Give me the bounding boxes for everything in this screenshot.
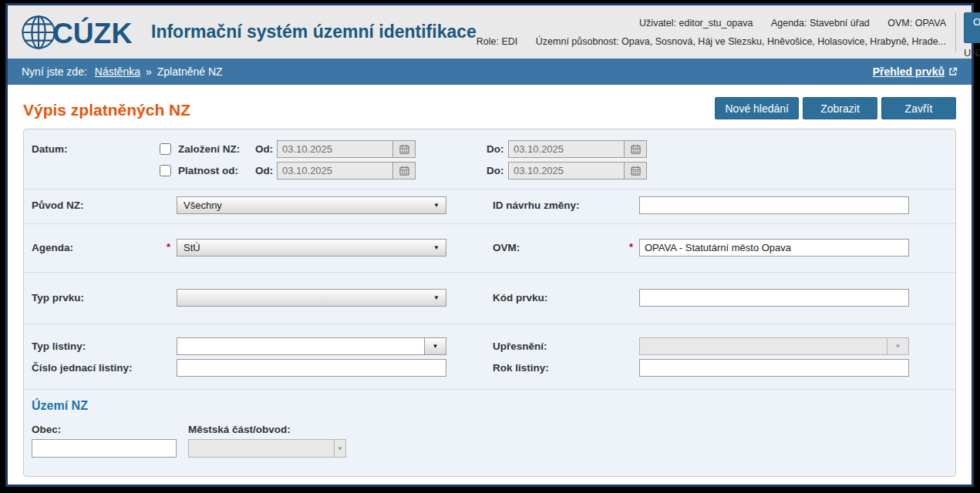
ovm-input[interactable] [639, 239, 909, 257]
upresneni-label: Upřesnění: [493, 340, 639, 352]
cislo-jednaci-input[interactable] [177, 359, 446, 377]
platnost-od-input[interactable] [278, 163, 392, 179]
title-row: Výpis zplatněných NZ Nové hledání Zobraz… [23, 96, 956, 119]
uzemi-heading: Území NZ [24, 399, 955, 413]
user-label: Uživatel: [639, 18, 676, 29]
platnost-od-datefield [277, 162, 416, 179]
chevron-down-icon: ▼ [433, 343, 439, 350]
agenda-label: Agenda: [771, 18, 807, 29]
ovm-label: OVM: [887, 18, 912, 29]
calendar-icon [399, 166, 409, 176]
mestska-cast-dropdown-button[interactable]: ▼ [334, 439, 346, 458]
breadcrumb-link-dashboard[interactable]: Nástěnka [95, 65, 140, 78]
platnost-do-calendar-button[interactable] [624, 163, 646, 179]
screen: { "header": { "logo_c": "C", "logo_zk": … [0, 0, 980, 493]
mestska-cast-label: Městská část/obvod: [188, 424, 346, 435]
obec-input[interactable] [32, 439, 177, 458]
calendar-icon [399, 144, 409, 154]
zalozeni-do-datefield [508, 140, 647, 158]
typ-prvku-label: Typ prvku: [24, 292, 177, 304]
zalozeni-nz-label: Založení NZ: [178, 143, 255, 155]
zalozeni-od-calendar-button[interactable] [392, 141, 415, 157]
zalozeni-do-input[interactable] [509, 141, 624, 157]
scope-label: Územní působnost: [536, 36, 619, 47]
breadcrumb-prefix: Nyní jste zde: [22, 65, 87, 78]
role-value: EDI [501, 36, 517, 47]
session-info: Uživatel: editor_stu_opava Agenda: Stave… [477, 14, 946, 51]
chevron-down-icon: ▼ [433, 202, 439, 209]
zalozeni-do-calendar-button[interactable] [624, 141, 646, 157]
group-datum: Datum: Založení NZ: Od: Do: [24, 129, 955, 189]
ovm-field-label: OVM: [493, 242, 639, 253]
id-navrhu-input[interactable] [639, 196, 909, 214]
upresneni-dropdown-button[interactable]: ▼ [887, 337, 909, 355]
scope-value: Opava, Sosnová, Háj ve Slezsku, Hněvošic… [621, 36, 946, 47]
breadcrumb-current: Zplatněné NZ [157, 65, 223, 78]
role-label: Role: [477, 36, 499, 47]
datum-label: Datum: [24, 143, 160, 155]
platnost-od-calendar-button[interactable] [392, 163, 415, 179]
calendar-icon [631, 144, 641, 154]
group-listina: Typ listiny: ▼ Upřesnění: ▼ [24, 324, 955, 389]
puvod-nz-select[interactable]: Všechny ▼ [177, 196, 446, 214]
main-content: Výpis zplatněných NZ Nové hledání Zobraz… [8, 85, 972, 485]
mestska-cast-combobox: ▼ [188, 439, 346, 458]
action-buttons: Nové hledání Zobrazit Zavřít [715, 97, 956, 119]
user-value: editor_stu_opava [679, 18, 753, 29]
zalozeni-od-input[interactable] [278, 141, 392, 157]
zalozeni-od-datefield [277, 140, 416, 158]
required-asterisk: * [167, 241, 170, 253]
rok-listiny-input[interactable] [639, 359, 909, 377]
typ-listiny-input[interactable] [177, 337, 424, 355]
do-label: Do: [487, 165, 508, 176]
header-right: Odhlásit se UNZ400 [955, 12, 980, 52]
agenda-select-value: StÚ [184, 242, 200, 253]
logout-button[interactable]: Odhlásit se [964, 12, 980, 43]
platnost-do-datefield [508, 162, 647, 179]
page-title: Výpis zplatněných NZ [23, 101, 190, 119]
agenda-field-label: Agenda: [24, 242, 177, 253]
prehled-prvku-link[interactable]: Přehled prvků [873, 65, 945, 78]
chevron-down-icon: ▼ [895, 343, 901, 350]
typ-listiny-dropdown-button[interactable]: ▼ [424, 337, 446, 355]
platnost-od-label: Platnost od: [178, 165, 255, 176]
typ-prvku-select[interactable]: ▼ [177, 289, 446, 307]
id-navrhu-label: ID návrhu změny: [493, 200, 639, 211]
chevron-down-icon: ▼ [337, 445, 343, 452]
app-window: C ÚZK Informační systém územní identifik… [5, 3, 974, 487]
platnost-od-checkbox[interactable] [160, 165, 171, 176]
datum-row-platnost: Platnost od: Od: Do: [24, 161, 955, 179]
uzemi-fields: Obec: Městská část/obvod: ▼ [24, 424, 955, 458]
external-link-icon [948, 67, 958, 76]
mestska-cast-input[interactable] [188, 439, 334, 458]
typ-listiny-combobox: ▼ [177, 337, 446, 355]
breadcrumb-bar: Nyní jste zde: Nástěnka » Zplatněné NZ P… [8, 59, 972, 85]
group-agenda-ovm: Agenda: * StÚ ▼ OVM: * [24, 223, 955, 272]
new-search-button[interactable]: Nové hledání [715, 97, 799, 119]
chevron-down-icon: ▼ [433, 244, 439, 251]
puvod-nz-label: Původ NZ: [24, 200, 177, 211]
agenda-select[interactable]: StÚ ▼ [177, 239, 446, 257]
logo-letter-c: C [52, 17, 73, 49]
agenda-value: Stavební úřad [810, 18, 870, 29]
kod-prvku-input[interactable] [639, 289, 909, 307]
app-code: UNZ400 [964, 47, 980, 59]
zalozeni-nz-checkbox[interactable] [160, 143, 171, 155]
upresneni-combobox: ▼ [639, 337, 909, 355]
close-button[interactable]: Zavřít [881, 97, 956, 119]
od-label: Od: [255, 143, 277, 155]
group-puvod: Původ NZ: Všechny ▼ ID návrhu změny: [24, 189, 955, 223]
kod-prvku-label: Kód prvku: [493, 292, 639, 304]
session-info-line-2: Role: EDI Územní působnost: Opava, Sosno… [477, 32, 946, 51]
show-button[interactable]: Zobrazit [803, 97, 877, 119]
app-title: Informační systém územní identifikace [151, 22, 477, 42]
upresneni-input[interactable] [639, 337, 887, 355]
platnost-do-input[interactable] [509, 163, 624, 179]
breadcrumb-separator: » [146, 65, 152, 78]
rok-listiny-label: Rok listiny: [493, 362, 639, 374]
calendar-icon [631, 166, 641, 176]
cuzk-logo: C ÚZK [20, 12, 142, 52]
chevron-down-icon: ▼ [433, 294, 439, 301]
ovm-value: OPAVA [915, 18, 946, 29]
group-prvek: Typ prvku: ▼ Kód prvku: [24, 272, 955, 324]
